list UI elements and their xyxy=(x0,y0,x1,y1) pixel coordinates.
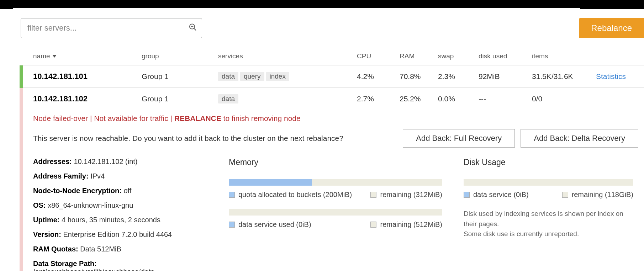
memory-gauge-quota-fill xyxy=(229,179,312,186)
search-minus-icon[interactable] xyxy=(189,23,197,33)
server-swap: 2.3% xyxy=(438,72,479,81)
uptime-value: 4 hours, 35 minutes, 2 seconds xyxy=(62,216,160,224)
addrfam-label: Address Family: xyxy=(33,172,89,180)
server-row[interactable]: 10.142.181.102 Group 1 data 2.7% 25.2% 0… xyxy=(20,87,644,110)
server-ram: 25.2% xyxy=(400,95,438,103)
failover-status-suffix: to finish removing node xyxy=(221,114,301,122)
server-name: 10.142.181.102 xyxy=(33,94,142,103)
swatch-blue xyxy=(229,222,235,228)
disk-remaining-label: remaining (118GiB) xyxy=(572,191,633,199)
ramquota-label: RAM Quotas: xyxy=(33,245,78,253)
failover-status-text: Node failed-over | Not available for tra… xyxy=(33,114,174,122)
server-services: data xyxy=(218,94,357,103)
server-items: 0/0 xyxy=(532,95,596,103)
swatch-beige xyxy=(562,192,568,198)
memory-gauge-used xyxy=(229,209,442,216)
encryption-label: Node-to-Node Encryption: xyxy=(33,187,122,195)
toolbar: Rebalance xyxy=(20,9,644,47)
column-group[interactable]: group xyxy=(142,52,218,60)
status-bar-healthy xyxy=(20,65,23,88)
disk-note-1: Disk used by indexing services is shown … xyxy=(464,210,623,228)
column-disk[interactable]: disk used xyxy=(479,52,532,60)
node-info-panel: Addresses: 10.142.181.102 (int) Address … xyxy=(33,158,207,271)
add-back-full-button[interactable]: Add Back: Full Recovery xyxy=(403,129,515,148)
filter-servers-input[interactable] xyxy=(21,18,202,38)
status-bar-failed xyxy=(20,88,23,110)
addback-prompt: This server is now reachable. Do you wan… xyxy=(33,134,343,143)
addresses-value: 10.142.181.102 (int) xyxy=(74,158,138,165)
service-tag: data xyxy=(218,72,238,81)
memory-gauge-quota xyxy=(229,179,442,186)
column-cpu[interactable]: CPU xyxy=(357,52,400,60)
addresses-label: Addresses: xyxy=(33,158,72,165)
failover-status: Node failed-over | Not available for tra… xyxy=(33,114,644,123)
service-tag: index xyxy=(266,72,289,81)
memory-remaining2-label: remaining (512MiB) xyxy=(380,220,442,229)
disk-title: Disk Usage xyxy=(464,158,633,171)
disk-gauge xyxy=(464,179,633,186)
server-swap: 0.0% xyxy=(438,95,479,103)
server-cpu: 2.7% xyxy=(357,95,400,103)
column-name[interactable]: name xyxy=(33,52,142,60)
disk-used-label: data service (0iB) xyxy=(473,191,529,199)
svg-line-1 xyxy=(194,28,196,31)
version-value: Enterprise Edition 7.2.0 build 4464 xyxy=(63,230,172,238)
sort-down-icon xyxy=(52,55,57,58)
add-back-delta-button[interactable]: Add Back: Delta Recovery xyxy=(521,129,638,148)
service-tag: data xyxy=(218,94,238,103)
failover-status-strong: REBALANCE xyxy=(174,114,221,122)
memory-panel: Memory quota allocated to buckets (200Mi… xyxy=(229,158,442,271)
addrfam-value: IPv4 xyxy=(90,172,105,180)
memory-title: Memory xyxy=(229,158,442,171)
table-header: name group services CPU RAM swap disk us… xyxy=(20,47,644,65)
disk-note-2: Some disk use is currently unreported. xyxy=(464,230,579,238)
column-items[interactable]: items xyxy=(532,52,596,60)
uptime-label: Uptime: xyxy=(33,216,59,224)
rebalance-button[interactable]: Rebalance xyxy=(579,18,644,38)
disk-note: Disk used by indexing services is shown … xyxy=(464,209,633,239)
memory-quota-label: quota allocated to buckets (200MiB) xyxy=(238,191,352,199)
swatch-beige xyxy=(370,222,376,228)
statistics-link[interactable]: Statistics xyxy=(596,72,626,80)
service-tag: query xyxy=(240,72,264,81)
storage-value: /opt/couchbase/var/lib/couchbase/data xyxy=(33,268,154,271)
memory-used-label: data service used (0iB) xyxy=(238,220,311,229)
column-name-label: name xyxy=(33,52,50,60)
server-disk: --- xyxy=(479,95,532,103)
server-ram: 70.8% xyxy=(400,72,438,81)
swatch-blue xyxy=(229,192,235,198)
column-ram[interactable]: RAM xyxy=(400,52,438,60)
os-value: x86_64-unknown-linux-gnu xyxy=(48,201,133,209)
column-services[interactable]: services xyxy=(218,52,357,60)
server-cpu: 4.2% xyxy=(357,72,400,81)
server-items: 31.5K/31.6K xyxy=(532,72,596,81)
version-label: Version: xyxy=(33,230,61,238)
storage-label: Data Storage Path: xyxy=(33,260,97,267)
status-bar-failed xyxy=(20,110,23,271)
os-label: OS: xyxy=(33,201,46,209)
column-swap[interactable]: swap xyxy=(438,52,479,60)
swatch-beige xyxy=(370,192,376,198)
disk-panel: Disk Usage data service (0iB) remaining … xyxy=(464,158,644,271)
swatch-blue xyxy=(464,192,470,198)
memory-remaining-label: remaining (312MiB) xyxy=(380,191,442,199)
server-row[interactable]: 10.142.181.101 Group 1 data query index … xyxy=(20,65,644,87)
ramquota-value: Data 512MiB xyxy=(80,245,121,253)
server-group: Group 1 xyxy=(142,95,218,103)
server-group: Group 1 xyxy=(142,72,218,81)
encryption-value: off xyxy=(123,187,131,195)
server-disk: 92MiB xyxy=(479,72,532,81)
server-services: data query index xyxy=(218,72,357,81)
server-name: 10.142.181.101 xyxy=(33,72,142,81)
